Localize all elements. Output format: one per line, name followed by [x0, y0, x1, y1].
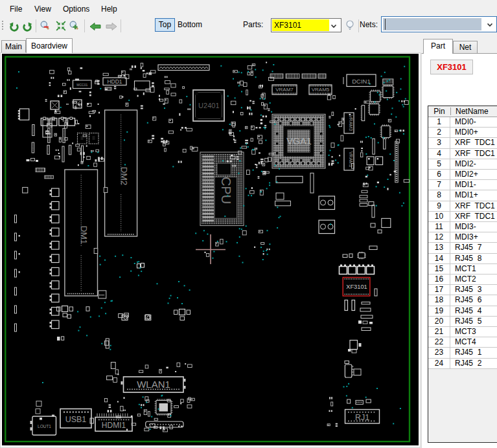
svg-text:VRAM3: VRAM3 [349, 115, 353, 131]
svg-text:VRAM7: VRAM7 [275, 87, 294, 93]
svg-text:VRAM5: VRAM5 [312, 87, 330, 93]
svg-text:DM2: DM2 [119, 167, 129, 186]
svg-text:CPU: CPU [219, 177, 233, 204]
svg-text:U2401: U2401 [198, 102, 219, 109]
svg-text:XF3101: XF3101 [346, 284, 367, 290]
svg-text:LOUT1: LOUT1 [38, 424, 51, 429]
svg-text:VRAM1: VRAM1 [349, 151, 353, 167]
svg-text:DCIN1: DCIN1 [352, 78, 371, 85]
svg-text:MCC01: MCC01 [76, 83, 87, 87]
svg-text:HDD1: HDD1 [107, 78, 122, 85]
svg-text:RJ1: RJ1 [355, 413, 369, 422]
svg-text:VGA1: VGA1 [286, 136, 312, 146]
svg-text:DM1: DM1 [79, 226, 89, 245]
svg-text:HDMI1: HDMI1 [102, 421, 126, 430]
svg-text:USB1: USB1 [65, 415, 87, 424]
svg-text:WLAN1: WLAN1 [137, 379, 170, 390]
